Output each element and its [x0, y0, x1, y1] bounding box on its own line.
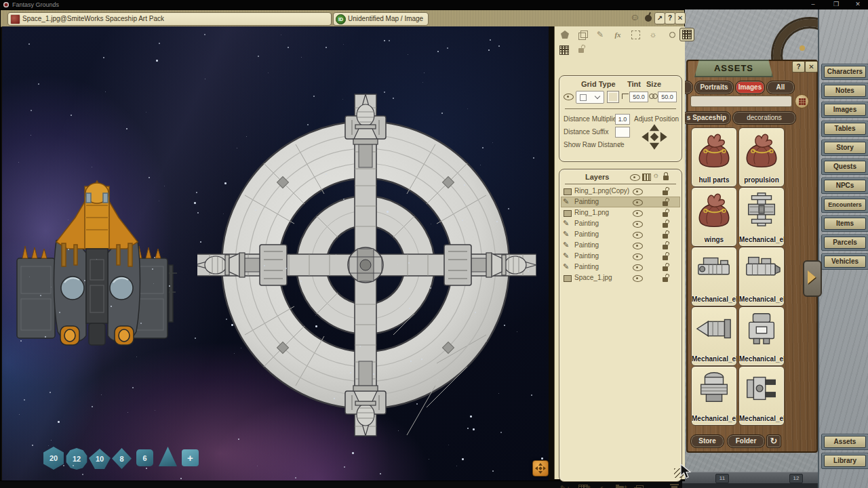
assets-tab-images[interactable]: Images [735, 81, 765, 94]
layers-stack-icon[interactable] [576, 29, 589, 40]
spaceship-token[interactable] [16, 178, 178, 350]
layer-visibility-icon[interactable] [633, 188, 643, 195]
asset-card[interactable]: Mechanical_el [691, 306, 737, 366]
stamps-tool-icon[interactable] [629, 29, 642, 40]
grid-size-width-input[interactable] [629, 92, 648, 102]
sidebar-item-story[interactable]: Story [824, 142, 866, 154]
sidebar-item-items[interactable]: Items [824, 218, 866, 230]
hotkey-slot[interactable]: 12 [789, 474, 803, 483]
sidebar-item-tables[interactable]: Tables [824, 123, 866, 135]
layers-visibility-icon[interactable] [630, 174, 640, 181]
sidebar-item-assets[interactable]: Assets [824, 436, 866, 448]
assets-tab-all[interactable]: All [766, 81, 795, 94]
layer-visibility-icon[interactable] [633, 253, 643, 260]
layer-lock-icon[interactable] [663, 223, 668, 228]
lock-muted-icon[interactable] [575, 44, 587, 55]
asset-card[interactable]: Mechanical_el [738, 247, 785, 306]
asset-card[interactable]: Mechanical_el [738, 306, 785, 366]
layer-lock-icon[interactable] [663, 234, 668, 239]
sidebar-item-characters[interactable]: Characters [824, 66, 866, 78]
grid-offset-icon[interactable] [622, 94, 629, 99]
d12-die[interactable]: 12 [66, 448, 87, 470]
layer-visibility-icon[interactable] [633, 264, 643, 271]
layer-visibility-icon[interactable] [633, 210, 643, 217]
layer-row[interactable]: Ring_1.png [561, 207, 680, 218]
add-drawing-layer-button[interactable]: ✎+ [559, 483, 571, 488]
space-station-token[interactable] [197, 87, 536, 445]
asset-card[interactable]: Mechanical_el [738, 366, 785, 426]
add-folder-button[interactable]: + [614, 483, 627, 488]
d8-die[interactable]: 8 [112, 448, 132, 469]
window-resize-grip[interactable] [674, 468, 684, 478]
d4-die[interactable] [159, 447, 177, 466]
asset-card[interactable]: Mechanical_el [691, 366, 737, 426]
sidebar-item-npcs[interactable]: NPCs [824, 180, 866, 192]
distance-multiplier-input[interactable] [615, 114, 630, 125]
add-die-button[interactable]: + [182, 449, 199, 466]
bomb-icon[interactable] [645, 15, 652, 22]
hotkey-slot[interactable]: 11 [715, 474, 729, 483]
layer-row[interactable]: ✎Painting [561, 251, 680, 262]
layer-row[interactable]: ✎Painting [561, 262, 680, 272]
layer-visibility-icon[interactable] [633, 243, 643, 249]
layer-row[interactable]: Space_1.jpg [561, 272, 680, 283]
delete-layer-button[interactable] [669, 483, 681, 488]
tab-unidentified-map[interactable]: ID Unidentified Map / Image [333, 12, 429, 26]
layer-row[interactable]: ✎Painting [561, 218, 680, 229]
d6-die[interactable]: 6 [136, 449, 153, 466]
assets-help-button[interactable]: ? [792, 61, 805, 73]
emote-smiley-icon[interactable]: ☺ [630, 12, 639, 22]
d20-die[interactable]: 20 [42, 447, 65, 470]
asset-card[interactable]: Mechanical_el [691, 247, 737, 306]
window-resize-icon[interactable]: ↗ [654, 12, 665, 24]
map-canvas[interactable]: 20 12 10 8 6 + [2, 26, 549, 481]
layer-visibility-icon[interactable] [633, 221, 643, 228]
layer-visibility-icon[interactable] [633, 199, 643, 206]
filter-chip-spaceship[interactable]: s Spaceship [682, 111, 731, 125]
grid-small-icon[interactable] [557, 44, 570, 55]
dice-roller-icon[interactable] [559, 29, 571, 40]
window-help-button[interactable]: ? [665, 12, 675, 24]
layers-mask-icon[interactable] [642, 174, 651, 181]
sidebar-item-quests[interactable]: Quests [824, 161, 866, 173]
asset-card[interactable]: Mechanical_el [738, 187, 785, 247]
assets-tab-portraits[interactable]: Portraits [694, 81, 734, 94]
layer-lock-icon[interactable] [663, 245, 668, 249]
grid-type-select[interactable] [576, 91, 604, 104]
layer-lock-icon[interactable] [663, 266, 668, 271]
sidebar-item-encounters[interactable]: Encounters [824, 199, 866, 211]
grid-size-height-input[interactable] [658, 92, 677, 102]
tint-color-swatch[interactable] [607, 91, 619, 103]
asset-card[interactable]: hull parts [691, 127, 737, 187]
folder-button[interactable]: Folder [727, 434, 765, 448]
lighting-tool-icon[interactable]: ☼ [647, 29, 659, 40]
layer-row[interactable]: ✎Painting [561, 240, 680, 251]
mask-tool-icon[interactable] [663, 29, 675, 40]
minimize-button[interactable]: – [806, 1, 821, 9]
sidebar-item-notes[interactable]: Notes [824, 85, 866, 97]
filter-chip-decorations[interactable]: decorations [732, 111, 796, 125]
asset-card[interactable]: wings [691, 187, 737, 247]
assets-close-button[interactable]: ✕ [805, 61, 818, 73]
layer-row[interactable]: Ring_1.png(Copy) [561, 186, 680, 197]
layer-row-selected[interactable]: ✎Painting [561, 197, 680, 207]
layer-lock-icon[interactable] [663, 256, 668, 260]
refresh-button[interactable]: ↻ [766, 434, 781, 448]
layer-visibility-icon[interactable] [633, 232, 643, 239]
effects-tool-icon[interactable]: fx [612, 29, 624, 40]
layer-lock-icon[interactable] [663, 212, 668, 217]
sidebar-item-vehicles[interactable]: Vehicles [824, 256, 866, 268]
draw-tool-icon[interactable]: ✎ [594, 29, 606, 40]
link-size-icon[interactable] [649, 94, 657, 98]
layers-lock-icon[interactable] [663, 176, 669, 180]
map-pan-button[interactable] [532, 460, 549, 476]
tab-space1[interactable]: Space_1.jpg@SmiteWorks Spaceship Art Pac… [7, 12, 332, 26]
store-button[interactable]: Store [690, 434, 724, 448]
grid-view-button[interactable] [795, 94, 809, 108]
layer-visibility-icon[interactable] [633, 275, 643, 282]
layer-lock-icon[interactable] [663, 277, 668, 282]
layers-light-icon[interactable]: ☼ [652, 171, 659, 179]
layer-lock-icon[interactable] [663, 190, 668, 195]
sidebar-item-parcels[interactable]: Parcels [824, 237, 866, 249]
adjust-position-dpad[interactable] [639, 122, 669, 152]
